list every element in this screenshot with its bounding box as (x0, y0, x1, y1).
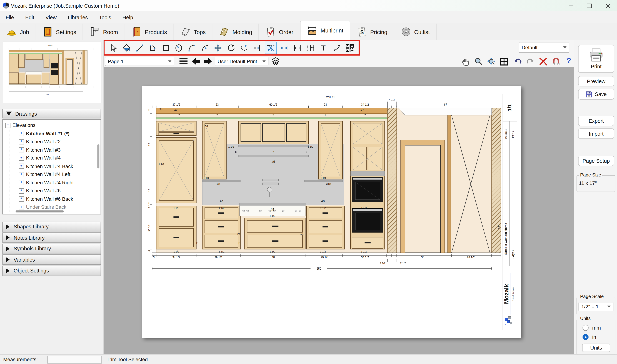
expand-icon[interactable]: + (19, 131, 24, 136)
tree-node-wall[interactable]: +Kitchen Wall #3 (19, 146, 101, 154)
pan-button[interactable] (461, 57, 470, 66)
expand-icon[interactable]: + (19, 172, 24, 177)
menu-libraries[interactable]: Libraries (62, 11, 94, 23)
fill-tool-button[interactable] (121, 42, 132, 53)
grid-button[interactable] (499, 57, 509, 66)
collapse-icon[interactable]: − (5, 123, 10, 128)
maximize-button[interactable] (580, 0, 599, 11)
preview-button[interactable]: Preview (578, 76, 614, 86)
expand-icon[interactable]: + (19, 147, 24, 153)
arc-tool-button[interactable] (186, 42, 198, 53)
ribbon-room-button[interactable]: Room (83, 24, 125, 40)
menu-view[interactable]: View (40, 11, 62, 23)
ribbon-products-button[interactable]: Products (125, 24, 174, 40)
tree-node-wall[interactable]: +Kitchen Wall #4 (19, 154, 101, 162)
dimension-tool-button[interactable] (292, 42, 303, 53)
unit-in-option[interactable]: in (583, 334, 596, 340)
expand-icon[interactable]: + (19, 205, 24, 210)
import-button[interactable]: Import (578, 129, 614, 139)
trim-tool-button[interactable] (265, 41, 277, 54)
ribbon-job-button[interactable]: Job (0, 24, 36, 40)
ellipse-tool-button[interactable] (173, 42, 185, 53)
drawing-style-dropdown[interactable]: Default (519, 42, 569, 53)
expand-icon[interactable]: + (19, 196, 24, 202)
tree-node-wall[interactable]: +Kitchen Wall #6 (19, 187, 101, 195)
undo-button[interactable] (513, 57, 523, 66)
line-tool-button[interactable] (134, 42, 145, 53)
rectangle-tool-button[interactable] (160, 42, 172, 53)
export-button[interactable]: Export (578, 116, 614, 126)
ribbon-molding-button[interactable]: Molding (213, 24, 259, 40)
tree-node-wall[interactable]: +Kitchen Wall #4 Back (19, 162, 101, 170)
tree-node-wall[interactable]: +Kitchen Wall #6 Back (19, 195, 101, 203)
ribbon-cutlist-button[interactable]: Cutlist (394, 24, 437, 40)
ribbon-settings-button[interactable]: Settings (36, 24, 83, 40)
print-setting-dropdown[interactable]: User Default Print (215, 57, 268, 66)
unit-mm-option[interactable]: mm (583, 325, 601, 331)
menu-tools[interactable]: Tools (94, 11, 117, 23)
page-setup-button[interactable]: Page Setup (578, 156, 614, 166)
qr-code-tool-button[interactable] (344, 42, 355, 53)
object-settings-panel[interactable]: Object Settings (2, 265, 101, 276)
zoom-extents-button[interactable] (486, 57, 496, 66)
expand-icon[interactable]: + (19, 139, 24, 144)
center-pane: T Default Page 1 (103, 40, 574, 354)
units-button[interactable]: Units (582, 344, 610, 352)
ribbon-multiprint-button[interactable]: Multiprint (300, 21, 350, 40)
delete-button[interactable] (538, 57, 548, 66)
menu-edit[interactable]: Edit (20, 11, 40, 23)
next-page-button[interactable] (203, 56, 213, 66)
polyline-tool-button[interactable] (147, 42, 158, 53)
tree-node-wall[interactable]: +Kitchen Wall #4 Right (19, 179, 101, 187)
text-tool-button[interactable]: T (318, 42, 329, 53)
previous-page-button[interactable] (191, 56, 201, 66)
zoom-button[interactable] (474, 57, 483, 66)
redo-button[interactable] (525, 57, 535, 66)
shapes-library-panel[interactable]: Shapes Library (2, 221, 101, 232)
move-tool-button[interactable] (212, 42, 224, 53)
tree-node-wall[interactable]: +Kitchen Wall #1 (*) (19, 129, 101, 138)
snap-button[interactable] (551, 57, 561, 66)
tree-vertical-scrollbar[interactable] (97, 144, 99, 169)
ribbon-label: Job (20, 28, 29, 35)
ribbon-order-button[interactable]: Order (259, 24, 300, 40)
tree-node-elevations[interactable]: − Elevations (5, 121, 101, 129)
close-button[interactable] (599, 0, 617, 11)
dimension-chain-tool-button[interactable] (305, 42, 316, 53)
drawings-panel-header[interactable]: Drawings (2, 109, 101, 118)
join-tool-button[interactable] (279, 42, 290, 53)
leader-tool-button[interactable] (331, 42, 342, 53)
ellipse-icon (174, 43, 183, 52)
tree-node-wall[interactable]: +Kitchen Wall #2 (19, 138, 101, 146)
help-button[interactable]: ? (564, 56, 574, 66)
tree-horizontal-scrollbar[interactable] (15, 210, 64, 212)
tree-node-wall[interactable]: +Kitchen Wall #4 Left (19, 170, 101, 179)
print-button[interactable]: Print (578, 45, 614, 73)
drawing-canvas[interactable]: Wall #1 (103, 67, 574, 354)
variables-panel[interactable]: Variables (2, 254, 101, 265)
minimize-button[interactable] (562, 0, 580, 11)
expand-icon[interactable]: + (19, 156, 24, 161)
expand-icon[interactable]: + (19, 188, 24, 194)
page-scale-dropdown[interactable]: 1/2" = 1' (579, 302, 613, 311)
layers-button[interactable] (271, 56, 281, 66)
expand-icon[interactable]: + (19, 180, 24, 185)
elevation-thumbnail[interactable]: Wall #1 (3, 41, 101, 103)
page-list-button[interactable] (179, 56, 188, 66)
expand-icon[interactable]: + (19, 164, 24, 169)
notes-library-panel[interactable]: Notes Library (2, 232, 101, 243)
rotate-copy-tool-button[interactable] (238, 42, 250, 53)
arc-point-tool-button[interactable] (199, 42, 211, 53)
extend-tool-button[interactable] (252, 42, 263, 53)
measurements-input[interactable] (47, 356, 102, 364)
ribbon-tops-button[interactable]: Tops (174, 24, 213, 40)
page-select-dropdown[interactable]: Page 1 (105, 57, 174, 66)
rotate-tool-button[interactable] (225, 42, 237, 53)
ribbon-pricing-button[interactable]: $ Pricing (350, 24, 394, 40)
save-button[interactable]: Save (578, 89, 614, 100)
tree-node-wall[interactable]: +Under Stairs Back (19, 203, 101, 211)
select-tool-button[interactable] (108, 42, 119, 53)
menu-help[interactable]: Help (117, 11, 139, 23)
menu-file[interactable]: File (0, 11, 20, 23)
symbols-library-panel[interactable]: Symbols Library (2, 243, 101, 254)
